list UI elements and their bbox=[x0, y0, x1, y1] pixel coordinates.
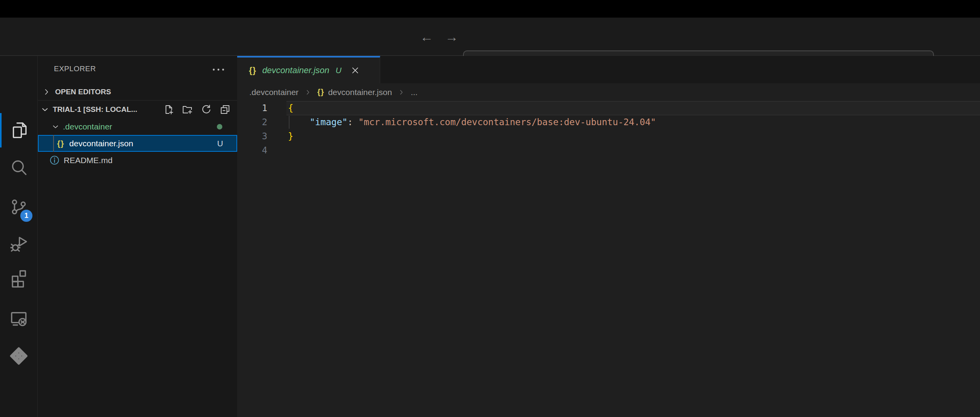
chevron-right-icon bbox=[304, 88, 312, 96]
forward-arrow-icon: → bbox=[445, 29, 458, 45]
file-name: README.md bbox=[64, 156, 113, 165]
workspace-actions bbox=[162, 101, 232, 118]
code-line-2: 2 "image": "mcr.microsoft.com/devcontain… bbox=[237, 115, 980, 129]
breadcrumb: .devcontainer {} devcontainer.json ... bbox=[237, 83, 980, 101]
run-debug-activity-button[interactable] bbox=[0, 227, 38, 261]
readme-info-icon bbox=[49, 155, 60, 165]
tab-devcontainer-json[interactable]: {} devcontainer.json U bbox=[237, 56, 380, 83]
refresh-button[interactable] bbox=[200, 103, 213, 116]
title-bar: ← → Trial-1 [SSH: localhost:32772] bbox=[0, 18, 980, 56]
chevron-down-icon bbox=[40, 105, 50, 114]
explorer-activity-button[interactable] bbox=[0, 113, 38, 147]
source-control-badge: 1 bbox=[20, 210, 32, 222]
code-token: "mcr.microsoft.com/devcontainers/base:de… bbox=[358, 117, 656, 127]
workspace-section-header[interactable]: TRIAL-1 [SSH: LOCAL... bbox=[38, 101, 237, 118]
breadcrumb-symbol-more[interactable]: ... bbox=[411, 88, 418, 97]
json-file-icon: {} bbox=[249, 65, 256, 75]
sidebar-title-row: EXPLORER bbox=[38, 56, 237, 83]
extensions-icon bbox=[9, 267, 29, 288]
open-editors-section-header[interactable]: OPEN EDITORS bbox=[38, 83, 237, 101]
containers-diamond-icon bbox=[9, 346, 29, 366]
more-actions-button[interactable] bbox=[211, 63, 226, 76]
workspace-label: TRIAL-1 [SSH: LOCAL... bbox=[53, 105, 137, 114]
code-editor[interactable]: 1 { 2 "image": "mcr.microsoft.com/devcon… bbox=[237, 101, 980, 417]
code-line-4: 4 bbox=[237, 143, 980, 157]
navigate-back-button[interactable]: ← bbox=[417, 18, 436, 56]
files-icon bbox=[9, 120, 29, 140]
close-tab-button[interactable] bbox=[350, 65, 360, 75]
activity-bar: 1 bbox=[0, 56, 38, 417]
search-icon bbox=[9, 158, 29, 178]
menu-bar-area bbox=[0, 0, 980, 18]
containers-activity-button[interactable] bbox=[0, 339, 38, 373]
git-modified-dot-badge bbox=[217, 124, 222, 129]
file-tree: .devcontainer {} devcontainer.json U REA… bbox=[38, 118, 237, 169]
code-line-3: 3 } bbox=[237, 129, 980, 143]
new-folder-icon bbox=[181, 103, 194, 116]
collapse-all-icon bbox=[219, 103, 231, 116]
json-file-icon: {} bbox=[57, 139, 64, 148]
tab-bar: {} devcontainer.json U bbox=[237, 56, 980, 83]
line-number: 4 bbox=[237, 143, 267, 157]
remote-explorer-icon bbox=[9, 309, 29, 329]
line-number: 3 bbox=[237, 129, 267, 143]
new-file-button[interactable] bbox=[162, 103, 175, 116]
git-untracked-badge: U bbox=[217, 139, 223, 148]
code-token: } bbox=[288, 131, 293, 141]
chevron-right-icon bbox=[42, 87, 51, 97]
editor-group: {} devcontainer.json U .devcontainer {} … bbox=[237, 56, 980, 417]
code-token: : bbox=[347, 117, 358, 127]
chevron-down-icon bbox=[51, 122, 60, 131]
line-number: 2 bbox=[237, 115, 267, 129]
tree-row-devcontainer-json[interactable]: {} devcontainer.json U bbox=[38, 135, 237, 152]
new-file-icon bbox=[163, 103, 175, 116]
collapse-all-button[interactable] bbox=[218, 103, 232, 116]
file-name: devcontainer.json bbox=[69, 139, 133, 148]
json-file-icon: {} bbox=[317, 88, 324, 97]
navigate-forward-button[interactable]: → bbox=[442, 18, 461, 56]
tree-indent-guide bbox=[53, 135, 54, 152]
debug-icon bbox=[9, 234, 29, 254]
tree-row-devcontainer-folder[interactable]: .devcontainer bbox=[38, 118, 237, 135]
close-icon bbox=[350, 65, 360, 75]
folder-name: .devcontainer bbox=[63, 122, 112, 131]
extensions-activity-button[interactable] bbox=[0, 260, 38, 295]
new-folder-button[interactable] bbox=[181, 103, 194, 116]
breadcrumb-file[interactable]: devcontainer.json bbox=[328, 88, 392, 97]
code-token bbox=[288, 117, 309, 127]
code-line-1: 1 { bbox=[237, 101, 980, 115]
back-arrow-icon: ← bbox=[420, 29, 433, 45]
search-activity-button[interactable] bbox=[0, 151, 38, 185]
line-number: 1 bbox=[237, 101, 267, 115]
code-token: { bbox=[288, 103, 293, 113]
ellipsis-icon bbox=[212, 68, 225, 72]
tree-row-readme[interactable]: README.md bbox=[38, 152, 237, 169]
sidebar-title: EXPLORER bbox=[54, 65, 96, 73]
breadcrumb-folder[interactable]: .devcontainer bbox=[249, 88, 299, 97]
tab-git-badge: U bbox=[336, 66, 342, 75]
source-control-activity-button[interactable]: 1 bbox=[0, 190, 38, 224]
tab-label: devcontainer.json bbox=[262, 65, 329, 75]
explorer-sidebar: EXPLORER OPEN EDITORS TRIAL-1 [SSH: LOCA… bbox=[38, 56, 237, 417]
vscode-window: ← → Trial-1 [SSH: localhost:32772] bbox=[0, 0, 980, 417]
code-token: "image" bbox=[309, 117, 347, 127]
open-editors-label: OPEN EDITORS bbox=[55, 88, 111, 96]
chevron-right-icon bbox=[397, 88, 405, 96]
refresh-icon bbox=[200, 103, 213, 116]
remote-explorer-activity-button[interactable] bbox=[0, 302, 38, 336]
